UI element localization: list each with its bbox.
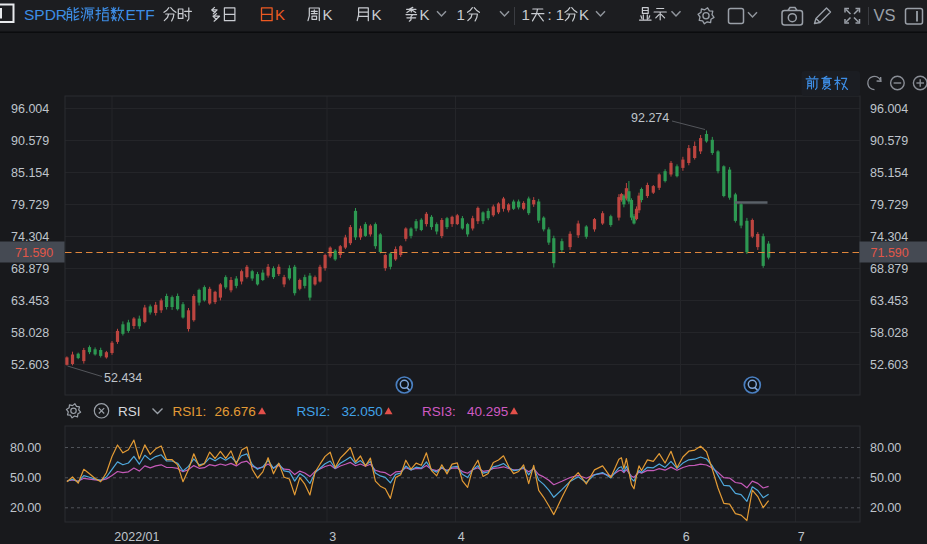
svg-text:K: K bbox=[579, 6, 589, 23]
svg-text:80.00: 80.00 bbox=[10, 441, 41, 455]
svg-text:71.590: 71.590 bbox=[15, 246, 53, 260]
svg-text:92.274: 92.274 bbox=[631, 111, 669, 125]
svg-text:52.603: 52.603 bbox=[870, 358, 908, 372]
svg-text:90.579: 90.579 bbox=[11, 134, 49, 148]
svg-text:63.453: 63.453 bbox=[11, 294, 49, 308]
svg-text:20.00: 20.00 bbox=[10, 501, 41, 515]
svg-text:79.729: 79.729 bbox=[11, 198, 49, 212]
svg-text:50.00: 50.00 bbox=[870, 471, 901, 485]
svg-text:50.00: 50.00 bbox=[10, 471, 41, 485]
svg-text:26.676: 26.676 bbox=[215, 404, 256, 419]
svg-text:K: K bbox=[420, 6, 430, 23]
svg-text:71.590: 71.590 bbox=[871, 246, 909, 260]
svg-text:RSI: RSI bbox=[118, 404, 141, 419]
svg-text:90.579: 90.579 bbox=[870, 134, 908, 148]
svg-text:ETF: ETF bbox=[126, 6, 155, 23]
svg-text:SPDR: SPDR bbox=[24, 6, 67, 23]
svg-text:K: K bbox=[323, 6, 333, 23]
svg-text:63.453: 63.453 bbox=[870, 294, 908, 308]
svg-text:52.434: 52.434 bbox=[104, 371, 142, 385]
svg-text:68.879: 68.879 bbox=[870, 262, 908, 276]
svg-text:RSI2:: RSI2: bbox=[297, 404, 331, 419]
svg-text:1: 1 bbox=[522, 6, 530, 23]
svg-text:: 1: : 1 bbox=[548, 6, 565, 23]
svg-text:68.879: 68.879 bbox=[11, 262, 49, 276]
svg-text:RSI3:: RSI3: bbox=[422, 404, 456, 419]
svg-text:96.004: 96.004 bbox=[870, 102, 908, 116]
svg-text:58.028: 58.028 bbox=[11, 326, 49, 340]
svg-text:96.004: 96.004 bbox=[11, 102, 49, 116]
svg-text:4: 4 bbox=[458, 530, 465, 544]
svg-text:79.729: 79.729 bbox=[870, 198, 908, 212]
svg-text:3: 3 bbox=[329, 530, 336, 544]
svg-text:85.154: 85.154 bbox=[870, 166, 908, 180]
svg-text:20.00: 20.00 bbox=[870, 501, 901, 515]
svg-text:58.028: 58.028 bbox=[870, 326, 908, 340]
svg-text:1: 1 bbox=[457, 6, 465, 23]
svg-text:80.00: 80.00 bbox=[870, 441, 901, 455]
svg-text:2022/01: 2022/01 bbox=[114, 530, 159, 544]
svg-text:7: 7 bbox=[798, 530, 805, 544]
svg-text:RSI1:: RSI1: bbox=[173, 404, 207, 419]
svg-text:K: K bbox=[275, 6, 285, 23]
svg-text:K: K bbox=[372, 6, 382, 23]
svg-text:VS: VS bbox=[874, 6, 896, 24]
svg-text:32.050: 32.050 bbox=[342, 404, 383, 419]
svg-text:40.295: 40.295 bbox=[467, 404, 508, 419]
svg-text:52.603: 52.603 bbox=[11, 358, 49, 372]
svg-text:6: 6 bbox=[683, 530, 690, 544]
svg-text:85.154: 85.154 bbox=[11, 166, 49, 180]
